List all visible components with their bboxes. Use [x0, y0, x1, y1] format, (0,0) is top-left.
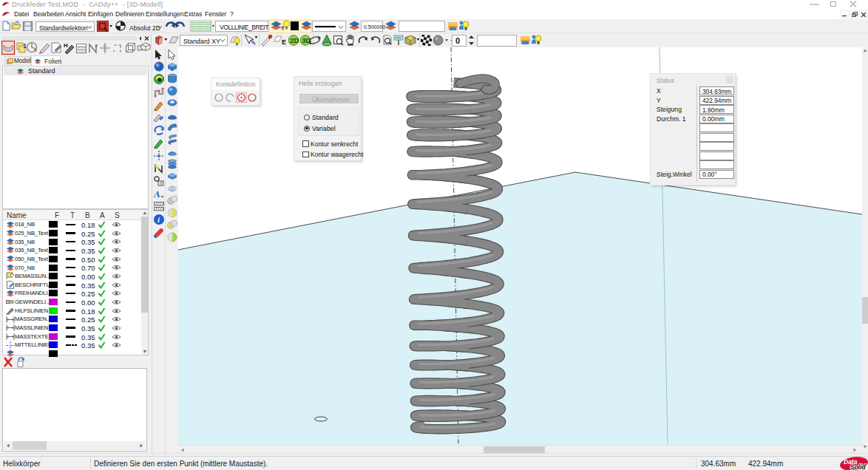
svg-text:2D: 2D — [290, 36, 299, 44]
svg-text:A: A — [153, 188, 160, 200]
svg-text:E: E — [282, 38, 286, 46]
svg-text:H: H — [64, 42, 68, 49]
svg-text:Solid: Solid — [850, 463, 867, 470]
svg-text:1: 1 — [23, 42, 27, 50]
